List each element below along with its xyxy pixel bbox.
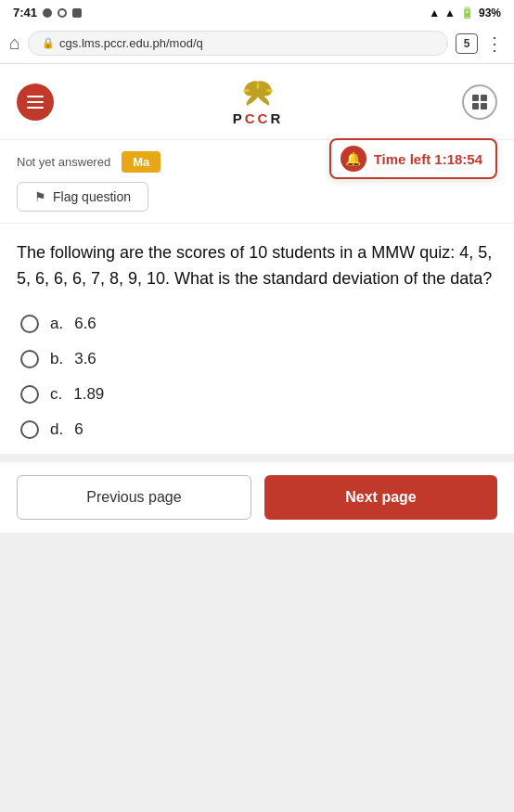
timer-display: Time left 1:18:54 <box>374 151 482 167</box>
browser-menu-icon[interactable]: ⋮ <box>485 32 505 55</box>
battery-level: 93% <box>479 6 501 19</box>
quiz-meta-bar: Not yet answered Ma 🔔 Time left 1:18:54 <box>0 140 514 173</box>
radio-inner-d <box>26 425 34 433</box>
radio-b[interactable] <box>20 350 39 368</box>
option-c-letter: c. <box>50 385 62 404</box>
option-a[interactable]: a. 6.6 <box>20 315 497 333</box>
not-answered-label: Not yet answered <box>17 155 110 169</box>
pccr-wordmark: PCCR <box>233 110 284 126</box>
next-page-button[interactable]: Next page <box>264 475 497 520</box>
tab-count-label: 5 <box>464 37 470 50</box>
marks-badge: Ma <box>122 151 161 173</box>
radio-inner-c <box>26 390 34 398</box>
flag-label: Flag question <box>53 189 131 204</box>
grid-icon <box>472 95 487 110</box>
address-bar[interactable]: 🔒 cgs.lms.pccr.edu.ph/mod/q <box>28 31 448 56</box>
previous-page-button[interactable]: Previous page <box>17 475 251 520</box>
signal-icon-1 <box>43 8 52 18</box>
main-content: The following are the scores of 10 stude… <box>0 223 514 454</box>
signal-icon-3 <box>72 8 82 18</box>
tab-count-badge[interactable]: 5 <box>456 33 478 54</box>
option-c[interactable]: c. 1.89 <box>20 385 497 404</box>
lock-icon: 🔒 <box>42 37 55 49</box>
timer-popup: 🔔 Time left 1:18:54 <box>329 138 497 179</box>
grid-button[interactable] <box>462 84 497 120</box>
flag-icon: ⚑ <box>34 189 46 204</box>
time-display: 7:41 <box>13 6 37 19</box>
question-text: The following are the scores of 10 stude… <box>17 240 497 292</box>
option-b-value: 3.6 <box>74 350 96 368</box>
option-b[interactable]: b. 3.6 <box>20 350 497 368</box>
footer-navigation: Previous page Next page <box>0 461 514 533</box>
bird-icon <box>239 77 276 110</box>
option-a-letter: a. <box>50 315 63 333</box>
option-c-value: 1.89 <box>73 385 104 404</box>
browser-bar: ⌂ 🔒 cgs.lms.pccr.edu.ph/mod/q 5 ⋮ <box>0 23 514 64</box>
url-display: cgs.lms.pccr.edu.ph/mod/q <box>59 36 203 50</box>
radio-c[interactable] <box>20 385 39 404</box>
timer-icon: 🔔 <box>341 146 366 172</box>
flag-question-bar: ⚑ Flag question <box>0 173 514 223</box>
app-header: PCCR <box>0 64 514 140</box>
option-a-value: 6.6 <box>74 315 96 333</box>
status-right: ▲ ▲ 🔋 93% <box>429 6 501 19</box>
radio-a[interactable] <box>20 315 39 333</box>
wifi-icon: ▲ <box>444 6 456 19</box>
signal-icon-2 <box>58 8 67 18</box>
flag-question-button[interactable]: ⚑ Flag question <box>17 182 148 212</box>
option-b-letter: b. <box>50 350 63 368</box>
hamburger-icon <box>27 96 44 109</box>
battery-icon: 🔋 <box>460 6 474 19</box>
radio-d[interactable] <box>20 420 39 439</box>
app-logo: PCCR <box>233 77 284 126</box>
option-d[interactable]: d. 6 <box>20 420 497 439</box>
timer-bell-icon: 🔔 <box>345 151 361 166</box>
signal-strength-icon: ▲ <box>429 6 440 19</box>
hamburger-button[interactable] <box>17 84 54 121</box>
option-d-letter: d. <box>50 420 63 439</box>
radio-inner-a <box>26 319 34 328</box>
home-icon[interactable]: ⌂ <box>9 32 20 54</box>
radio-inner-b <box>26 354 34 363</box>
answer-options: a. 6.6 b. 3.6 c. 1.89 d. 6 <box>20 315 497 439</box>
option-d-value: 6 <box>74 420 83 439</box>
status-bar: 7:41 ▲ ▲ 🔋 93% <box>0 0 514 23</box>
status-time: 7:41 <box>13 6 82 19</box>
